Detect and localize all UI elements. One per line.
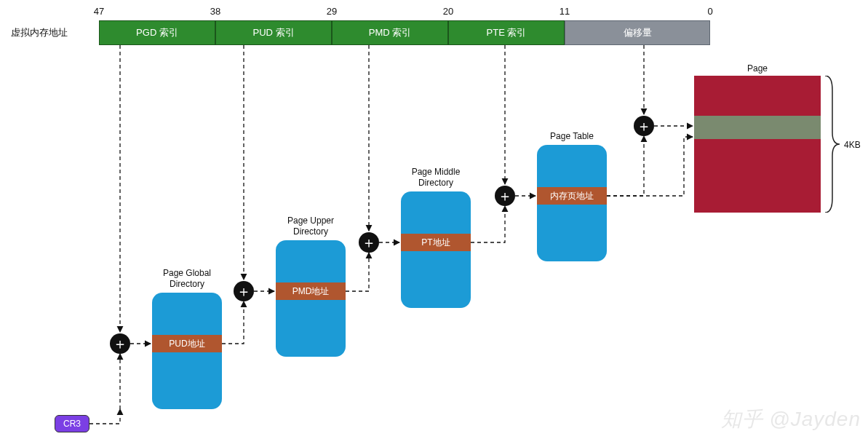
- segment-pgd: PGD 索引: [99, 20, 215, 45]
- cr3-register: CR3: [55, 415, 89, 432]
- bit-tick-38: 38: [210, 6, 220, 17]
- segment-offset: 偏移量: [565, 20, 710, 45]
- add-node-pt: ＋: [495, 186, 515, 206]
- pud-band: PMD地址: [276, 282, 346, 300]
- pgd-box: PUD地址: [152, 293, 222, 409]
- pgd-band: PUD地址: [152, 335, 222, 352]
- brace-icon: [822, 76, 844, 213]
- pt-title: Page Table: [528, 131, 616, 142]
- bit-tick-47: 47: [94, 6, 104, 17]
- page-slot: [694, 116, 821, 139]
- watermark: 知乎 @Jayden: [721, 406, 861, 433]
- pt-box: 内存页地址: [537, 145, 607, 261]
- bit-tick-11: 11: [560, 6, 570, 17]
- add-node-pmd: ＋: [359, 232, 379, 253]
- pgd-title: Page GlobalDirectory: [143, 268, 231, 290]
- add-node-pud: ＋: [234, 281, 254, 301]
- segment-pud: PUD 索引: [215, 20, 332, 45]
- bit-tick-20: 20: [443, 6, 453, 17]
- pud-title: Page UpperDirectory: [267, 215, 354, 237]
- page-size-label: 4KB: [844, 140, 861, 150]
- pmd-box: PT地址: [401, 191, 471, 308]
- page-title: Page: [747, 63, 768, 74]
- pt-band: 内存页地址: [537, 187, 607, 205]
- bit-tick-0: 0: [707, 6, 712, 17]
- add-node-pgd: ＋: [110, 333, 130, 354]
- page-box: [694, 76, 821, 213]
- diagram-canvas: 47 38 29 20 11 0 虚拟内存地址 PGD 索引 PUD 索引 PM…: [0, 0, 868, 439]
- virtual-address-label: 虚拟内存地址: [11, 26, 68, 39]
- bit-tick-29: 29: [327, 6, 337, 17]
- pud-box: PMD地址: [276, 240, 346, 357]
- pmd-band: PT地址: [401, 234, 471, 251]
- segment-pte: PTE 索引: [448, 20, 565, 45]
- add-node-page: ＋: [634, 116, 654, 136]
- pmd-title: Page MiddleDirectory: [392, 167, 479, 189]
- segment-pmd: PMD 索引: [332, 20, 448, 45]
